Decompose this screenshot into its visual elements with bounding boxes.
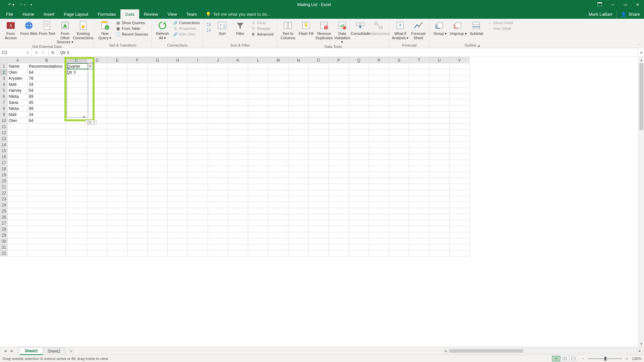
cell-H15[interactable] bbox=[168, 148, 188, 154]
cell-B15[interactable] bbox=[28, 148, 66, 154]
cell-J14[interactable] bbox=[208, 142, 228, 148]
cell-B29[interactable] bbox=[28, 232, 66, 238]
cell-F30[interactable] bbox=[127, 238, 148, 244]
cell-R27[interactable] bbox=[369, 220, 389, 226]
cell-N12[interactable] bbox=[288, 130, 309, 136]
cell-I27[interactable] bbox=[188, 220, 208, 226]
cell-D6[interactable] bbox=[87, 94, 107, 100]
cell-Q18[interactable] bbox=[349, 166, 369, 172]
cell-M11[interactable] bbox=[268, 124, 288, 130]
row-header-24[interactable]: 24 bbox=[0, 202, 8, 208]
cell-U4[interactable] bbox=[429, 81, 449, 87]
cell-S5[interactable] bbox=[389, 87, 409, 94]
cell-A11[interactable] bbox=[8, 124, 28, 130]
cell-P22[interactable] bbox=[329, 190, 349, 196]
cell-U2[interactable] bbox=[429, 69, 449, 75]
cell-R6[interactable] bbox=[369, 94, 389, 100]
cell-D24[interactable] bbox=[87, 202, 107, 208]
cell-K30[interactable] bbox=[228, 238, 248, 244]
cell-K17[interactable] bbox=[228, 160, 248, 166]
cancel-formula-icon[interactable]: ✕ bbox=[35, 50, 38, 55]
cell-C20[interactable] bbox=[66, 178, 87, 184]
zoom-slider[interactable] bbox=[588, 358, 622, 359]
cell-P12[interactable] bbox=[329, 130, 349, 136]
cell-P17[interactable] bbox=[329, 160, 349, 166]
cell-C27[interactable] bbox=[66, 220, 87, 226]
cell-E13[interactable] bbox=[107, 136, 127, 142]
cell-N1[interactable] bbox=[288, 63, 309, 69]
cell-E4[interactable] bbox=[107, 81, 127, 87]
cell-N11[interactable] bbox=[288, 124, 309, 130]
cell-P9[interactable] bbox=[329, 112, 349, 118]
cell-M19[interactable] bbox=[268, 172, 288, 178]
cell-M8[interactable] bbox=[268, 106, 288, 112]
cell-K5[interactable] bbox=[228, 87, 248, 94]
cell-C28[interactable] bbox=[66, 226, 87, 232]
cell-A24[interactable] bbox=[8, 202, 28, 208]
cell-O14[interactable] bbox=[309, 142, 329, 148]
cell-B32[interactable] bbox=[28, 250, 66, 256]
cell-G7[interactable] bbox=[148, 100, 168, 106]
cell-U17[interactable] bbox=[429, 160, 449, 166]
cell-I6[interactable] bbox=[188, 94, 208, 100]
group-button[interactable]: Group ▾ bbox=[431, 19, 449, 36]
cell-S20[interactable] bbox=[389, 178, 409, 184]
cell-D20[interactable] bbox=[87, 178, 107, 184]
cell-U9[interactable] bbox=[429, 112, 449, 118]
cell-F6[interactable] bbox=[127, 94, 148, 100]
cell-E26[interactable] bbox=[107, 214, 127, 220]
cell-K12[interactable] bbox=[228, 130, 248, 136]
cell-R12[interactable] bbox=[369, 130, 389, 136]
cell-N5[interactable] bbox=[288, 87, 309, 94]
row-header-31[interactable]: 31 bbox=[0, 244, 8, 250]
cell-R28[interactable] bbox=[369, 226, 389, 232]
cell-E2[interactable] bbox=[107, 69, 127, 75]
tab-review[interactable]: Review bbox=[139, 9, 163, 19]
cell-K21[interactable] bbox=[228, 184, 248, 190]
cell-O12[interactable] bbox=[309, 130, 329, 136]
cell-A13[interactable] bbox=[8, 136, 28, 142]
cell-F3[interactable] bbox=[127, 75, 148, 81]
cell-R14[interactable] bbox=[369, 142, 389, 148]
cell-U11[interactable] bbox=[429, 124, 449, 130]
cell-K3[interactable] bbox=[228, 75, 248, 81]
cell-P4[interactable] bbox=[329, 81, 349, 87]
cell-S15[interactable] bbox=[389, 148, 409, 154]
tab-team[interactable]: Team bbox=[181, 9, 202, 19]
cell-T30[interactable] bbox=[409, 238, 429, 244]
tab-insert[interactable]: Insert bbox=[39, 9, 59, 19]
cell-I3[interactable] bbox=[188, 75, 208, 81]
cell-R10[interactable] bbox=[369, 118, 389, 124]
cell-R29[interactable] bbox=[369, 232, 389, 238]
cell-U6[interactable] bbox=[429, 94, 449, 100]
cell-O10[interactable] bbox=[309, 118, 329, 124]
cell-T18[interactable] bbox=[409, 166, 429, 172]
cell-C24[interactable] bbox=[66, 202, 87, 208]
cell-G24[interactable] bbox=[148, 202, 168, 208]
cell-V20[interactable] bbox=[449, 178, 470, 184]
cell-G27[interactable] bbox=[148, 220, 168, 226]
cell-C5[interactable] bbox=[66, 87, 87, 94]
cell-M4[interactable] bbox=[268, 81, 288, 87]
cell-C21[interactable] bbox=[66, 184, 87, 190]
cell-E19[interactable] bbox=[107, 172, 127, 178]
cell-E16[interactable] bbox=[107, 154, 127, 160]
cell-S11[interactable] bbox=[389, 124, 409, 130]
cell-O27[interactable] bbox=[309, 220, 329, 226]
col-header-T[interactable]: T bbox=[409, 57, 429, 63]
enter-formula-icon[interactable]: ✓ bbox=[42, 50, 45, 55]
cell-H14[interactable] bbox=[168, 142, 188, 148]
cell-B17[interactable] bbox=[28, 160, 66, 166]
cell-O13[interactable] bbox=[309, 136, 329, 142]
cell-U12[interactable] bbox=[429, 130, 449, 136]
page-layout-view-button[interactable] bbox=[561, 356, 569, 361]
cell-L21[interactable] bbox=[248, 184, 268, 190]
cell-U3[interactable] bbox=[429, 75, 449, 81]
cell-V30[interactable] bbox=[449, 238, 470, 244]
fx-icon[interactable]: fx bbox=[49, 48, 57, 57]
cell-L17[interactable] bbox=[248, 160, 268, 166]
cell-T24[interactable] bbox=[409, 202, 429, 208]
scroll-down-icon[interactable]: ▼ bbox=[639, 341, 644, 347]
cell-Q24[interactable] bbox=[349, 202, 369, 208]
cell-D15[interactable] bbox=[87, 148, 107, 154]
